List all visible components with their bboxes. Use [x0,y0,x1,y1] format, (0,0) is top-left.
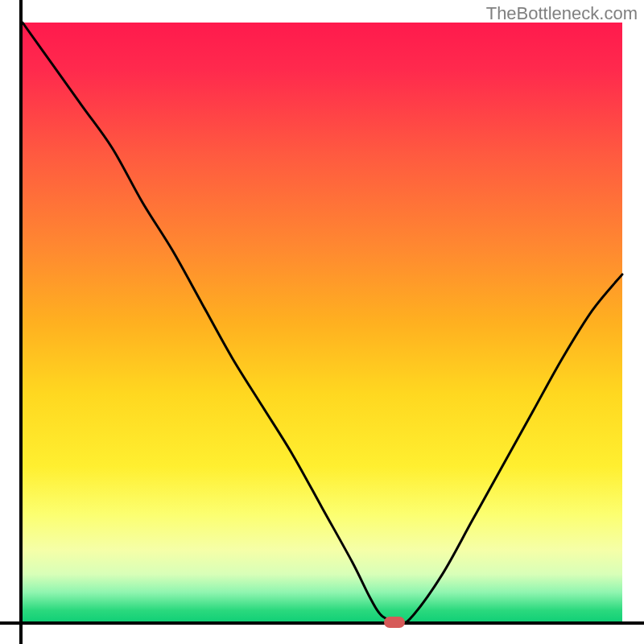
chart-container: TheBottleneck.com [0,0,644,644]
chart-svg [0,0,644,644]
optimal-point-marker [384,617,405,628]
bottleneck-curve [23,23,622,622]
